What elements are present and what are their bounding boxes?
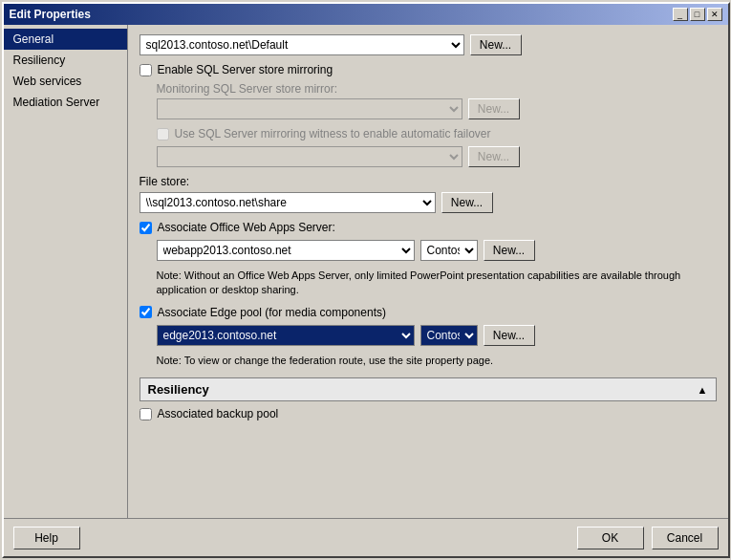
edge-checkbox[interactable] xyxy=(140,306,152,318)
monitoring-dropdown[interactable] xyxy=(157,98,462,119)
witness-new-button[interactable]: New... xyxy=(468,146,520,167)
edge-site-dropdown[interactable]: Contoso xyxy=(420,325,478,346)
main-area: General Resiliency Web services Mediatio… xyxy=(4,25,728,518)
bottom-right-buttons: OK Cancel xyxy=(577,527,719,549)
enable-sql-mirroring-label: Enable SQL Server store mirroring xyxy=(158,63,333,76)
backup-pool-label: Associated backup pool xyxy=(158,407,279,420)
sidebar-item-general[interactable]: General xyxy=(4,29,127,50)
witness-dropdown[interactable] xyxy=(157,146,462,167)
backup-pool-checkbox[interactable] xyxy=(140,408,152,420)
owa-new-button[interactable]: New... xyxy=(484,240,535,261)
sidebar-item-resiliency[interactable]: Resiliency xyxy=(4,50,127,71)
file-store-section: File store: \\sql2013.contoso.net\share … xyxy=(140,175,717,213)
owa-label: Associate Office Web Apps Server: xyxy=(158,221,335,234)
monitoring-label: Monitoring SQL Server store mirror: xyxy=(157,82,717,96)
edge-note: Note: To view or change the federation r… xyxy=(157,354,717,368)
window-controls: _ □ ✕ xyxy=(673,8,722,21)
owa-section: Associate Office Web Apps Server: webapp… xyxy=(140,221,717,298)
resiliency-header: Resiliency ▲ xyxy=(140,377,717,401)
close-button[interactable]: ✕ xyxy=(707,8,722,21)
backup-pool-row: Associated backup pool xyxy=(140,407,717,420)
edge-dropdown[interactable]: edge2013.contoso.net xyxy=(157,325,415,346)
sidebar-item-web-services[interactable]: Web services xyxy=(4,71,127,92)
owa-checkbox[interactable] xyxy=(140,222,152,234)
window-title: Edit Properties xyxy=(10,8,91,21)
edge-dropdown-row: edge2013.contoso.net Contoso New... xyxy=(157,325,717,346)
help-button[interactable]: Help xyxy=(13,527,80,549)
minimize-button[interactable]: _ xyxy=(673,8,688,21)
cancel-button[interactable]: Cancel xyxy=(652,527,719,549)
edit-properties-window: Edit Properties _ □ ✕ General Resiliency… xyxy=(2,2,730,558)
file-store-new-button[interactable]: New... xyxy=(441,192,493,213)
owa-checkbox-row: Associate Office Web Apps Server: xyxy=(140,221,717,234)
file-store-label: File store: xyxy=(140,175,717,188)
enable-sql-mirroring-row: Enable SQL Server store mirroring xyxy=(140,63,717,76)
file-store-row: \\sql2013.contoso.net\share New... xyxy=(140,192,717,213)
witness-checkbox-row: Use SQL Server mirroring witness to enab… xyxy=(157,127,717,140)
enable-sql-mirroring-checkbox[interactable] xyxy=(140,64,152,76)
edge-checkbox-row: Associate Edge pool (for media component… xyxy=(140,306,717,319)
owa-site-dropdown[interactable]: Contoso xyxy=(420,240,478,261)
file-store-dropdown[interactable]: \\sql2013.contoso.net\share xyxy=(140,192,436,213)
sql-server-dropdown[interactable]: sql2013.contoso.net\Default xyxy=(140,34,464,55)
edge-section: Associate Edge pool (for media component… xyxy=(140,306,717,368)
mirroring-group: Monitoring SQL Server store mirror: New.… xyxy=(140,82,717,167)
resiliency-title: Resiliency xyxy=(148,382,209,397)
sidebar-item-mediation-server[interactable]: Mediation Server xyxy=(4,92,127,113)
monitoring-new-button[interactable]: New... xyxy=(468,98,520,119)
maximize-button[interactable]: □ xyxy=(690,8,705,21)
collapse-resiliency-button[interactable]: ▲ xyxy=(698,384,708,396)
content-scroll[interactable]: sql2013.contoso.net\Default New... Enabl… xyxy=(128,25,728,518)
monitoring-row: New... xyxy=(157,98,717,119)
sidebar: General Resiliency Web services Mediatio… xyxy=(4,25,128,518)
sql-server-row: sql2013.contoso.net\Default New... xyxy=(140,34,717,55)
bottom-bar: Help OK Cancel xyxy=(4,518,728,556)
owa-dropdown[interactable]: webapp2013.contoso.net xyxy=(157,240,415,261)
owa-dropdown-row: webapp2013.contoso.net Contoso New... xyxy=(157,240,717,261)
witness-dropdown-row: New... xyxy=(157,146,717,167)
title-bar: Edit Properties _ □ ✕ xyxy=(4,4,728,25)
edge-label: Associate Edge pool (for media component… xyxy=(158,306,386,319)
owa-note: Note: Without an Office Web Apps Server,… xyxy=(157,269,717,298)
sql-server-new-button[interactable]: New... xyxy=(470,34,522,55)
ok-button[interactable]: OK xyxy=(577,527,644,549)
edge-new-button[interactable]: New... xyxy=(484,325,535,346)
witness-checkbox[interactable] xyxy=(157,128,169,140)
witness-label: Use SQL Server mirroring witness to enab… xyxy=(175,127,491,140)
content-area: sql2013.contoso.net\Default New... Enabl… xyxy=(128,25,728,518)
